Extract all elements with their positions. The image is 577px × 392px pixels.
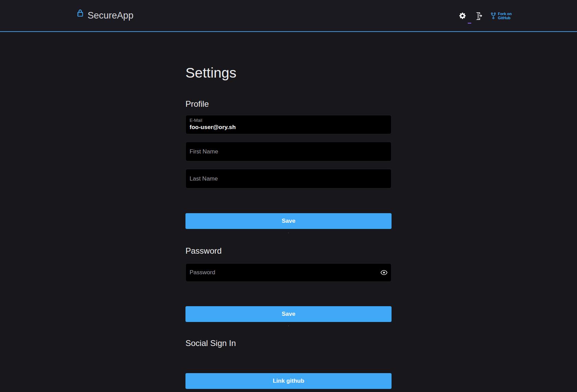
profile-section-heading: Profile	[185, 99, 392, 109]
password-field-group	[185, 263, 392, 282]
link-github-button[interactable]: Link github	[185, 373, 392, 389]
navbar-actions: Fork on GitHub	[459, 12, 512, 20]
logout-button[interactable]	[475, 12, 482, 20]
fork-on-github-link[interactable]: Fork on GitHub	[490, 12, 512, 20]
profile-save-button[interactable]: Save	[185, 213, 392, 229]
password-save-button[interactable]: Save	[185, 306, 392, 322]
top-navbar: SecureApp	[0, 0, 577, 32]
gear-icon	[459, 12, 466, 20]
fork-link-label: Fork on GitHub	[498, 12, 512, 20]
password-section-heading: Password	[185, 246, 392, 256]
lock-icon	[77, 11, 84, 20]
email-field-label: E-Mail	[190, 118, 387, 123]
page-title: Settings	[185, 65, 392, 81]
email-field-group: E-Mail	[185, 115, 392, 134]
password-visibility-toggle[interactable]	[381, 270, 387, 275]
last-name-input[interactable]	[185, 169, 392, 188]
password-input[interactable]	[185, 263, 392, 282]
form-dot: .	[185, 230, 392, 234]
underscore-mark	[468, 23, 471, 24]
settings-page: Settings Profile E-Mail Save . Password …	[185, 32, 392, 389]
brand-title: SecureApp	[88, 10, 134, 21]
social-section-heading: Social Sign In	[185, 338, 392, 348]
email-input[interactable]	[190, 123, 387, 131]
settings-gear-button[interactable]	[459, 12, 466, 20]
form-dot: .	[185, 323, 392, 327]
logout-icon	[475, 12, 482, 20]
first-name-input[interactable]	[185, 142, 392, 161]
brand-link[interactable]: SecureApp	[77, 10, 134, 21]
eye-icon	[381, 270, 387, 275]
git-fork-icon	[490, 12, 496, 20]
